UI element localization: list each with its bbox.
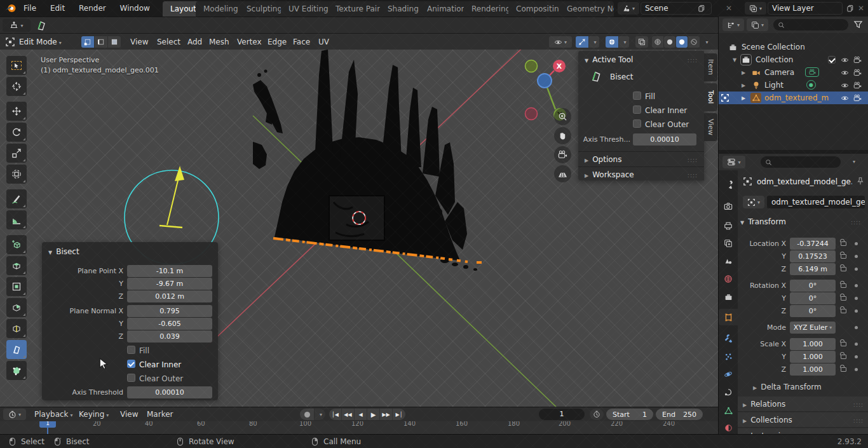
tool-poly-build[interactable] <box>6 361 27 380</box>
outliner-row-camera[interactable]: ▶ Camera <box>719 66 868 79</box>
menu-edit[interactable]: Edit <box>44 0 71 17</box>
tab-world-properties[interactable] <box>719 271 738 287</box>
outliner-filter-images-dropdown[interactable] <box>747 18 768 31</box>
hide-in-viewport-icon[interactable] <box>841 69 849 77</box>
overlays-toggle[interactable] <box>606 36 618 48</box>
options-section-header[interactable]: Options <box>578 153 704 166</box>
properties-options-dropdown[interactable] <box>851 156 855 165</box>
location-y-field[interactable]: 0.17523 <box>790 250 836 262</box>
tab-collection-properties[interactable] <box>719 288 738 305</box>
hide-in-viewport-icon[interactable] <box>841 81 849 90</box>
animate-dot[interactable] <box>855 268 858 271</box>
tool-bevel[interactable] <box>6 298 27 317</box>
active-tool-header[interactable]: Active Tool <box>578 51 704 66</box>
pan-view-button[interactable] <box>554 127 571 144</box>
view-layer-name-field[interactable]: View Layer <box>768 2 843 15</box>
collection-enable-checkbox[interactable] <box>828 56 836 64</box>
disable-in-renders-icon[interactable] <box>853 94 862 102</box>
tab-physics-properties[interactable] <box>719 366 738 383</box>
scale-x-field[interactable]: 1.000 <box>790 338 836 350</box>
panel-grip[interactable] <box>853 397 864 412</box>
disable-in-renders-icon[interactable] <box>853 81 862 90</box>
animate-dot[interactable] <box>855 297 858 300</box>
panel-grip[interactable] <box>688 55 698 64</box>
plane-point-x-field[interactable]: -10.1 m <box>127 265 212 277</box>
object-browse-button[interactable] <box>743 196 764 208</box>
location-z-field[interactable]: 6.149 m <box>790 263 836 275</box>
pin-icon[interactable] <box>856 177 865 186</box>
lock-icon[interactable] <box>841 355 846 359</box>
use-preview-range-toggle[interactable] <box>590 409 604 420</box>
workspace-tab-geometry-nodes[interactable]: Geometry Nod <box>559 1 614 17</box>
animate-dot[interactable] <box>855 309 858 313</box>
tool-annotate[interactable] <box>6 189 27 208</box>
blender-logo-icon[interactable] <box>5 3 17 14</box>
menu-face[interactable]: Face <box>287 34 316 50</box>
sidebar-tab-tool[interactable]: Tool <box>704 83 717 111</box>
bisect-axis-threshold-field[interactable]: 0.00010 <box>127 386 212 398</box>
tab-object-data-properties[interactable] <box>719 402 738 419</box>
outliner-display-mode-dropdown[interactable] <box>722 18 744 31</box>
lock-icon[interactable] <box>841 241 846 246</box>
outliner-row-light[interactable]: ▶ Light ● <box>719 79 868 92</box>
rotation-z-field[interactable]: 0° <box>790 305 836 317</box>
shading-solid-button[interactable] <box>664 36 675 48</box>
plane-normal-y-field[interactable]: -0.605 <box>127 318 212 330</box>
current-frame-marker[interactable]: 1 <box>39 421 56 428</box>
view-layer-unlink-icon[interactable]: ✕ <box>858 4 864 13</box>
scene-copy-icon[interactable] <box>696 3 707 13</box>
tool-tweak[interactable] <box>6 56 27 75</box>
tab-view-layer-properties[interactable] <box>719 235 738 252</box>
workspace-section-header[interactable]: Workspace <box>578 168 704 182</box>
edge-select-mode-button[interactable] <box>95 36 107 48</box>
view-layer-browse-button[interactable] <box>745 2 766 15</box>
sidebar-tab-view[interactable]: View <box>704 113 717 141</box>
tool-measure[interactable] <box>6 210 27 229</box>
animate-dot[interactable] <box>855 284 858 287</box>
tool-extrude[interactable] <box>6 256 27 275</box>
tool-scale[interactable] <box>6 144 27 163</box>
hide-in-viewport-icon[interactable] <box>841 94 849 102</box>
rotation-y-field[interactable]: 0° <box>790 292 836 304</box>
plane-point-y-field[interactable]: -9.67 m <box>127 278 212 290</box>
play-reverse-button[interactable]: ◀ <box>355 409 367 420</box>
light-data-badge[interactable]: ● <box>806 80 816 90</box>
tool-loop-cut[interactable] <box>6 319 27 338</box>
delta-transform-header[interactable]: Delta Transform <box>753 383 822 391</box>
view-layer-copy-icon[interactable] <box>845 3 855 13</box>
plane-normal-z-field[interactable]: 0.039 <box>127 330 212 343</box>
tab-scene-properties[interactable] <box>719 253 738 269</box>
next-keyframe-button[interactable]: ▶▶ <box>380 409 393 420</box>
panel-grip[interactable] <box>688 170 698 179</box>
scene-browse-button[interactable] <box>618 2 639 15</box>
animate-dot[interactable] <box>855 368 858 371</box>
disable-in-renders-icon[interactable] <box>853 69 862 77</box>
shading-dropdown[interactable] <box>701 36 711 48</box>
shading-material-button[interactable] <box>676 36 688 48</box>
current-frame-field[interactable]: 1 <box>539 409 585 420</box>
animate-dot[interactable] <box>855 343 858 346</box>
scale-y-field[interactable]: 1.000 <box>790 351 836 363</box>
relations-section[interactable]: Relations <box>738 397 868 412</box>
plane-normal-x-field[interactable]: 0.795 <box>127 305 212 317</box>
properties-context-dropdown[interactable] <box>722 156 745 168</box>
perspective-toggle-button[interactable] <box>554 165 571 182</box>
properties-search-input[interactable] <box>761 156 841 168</box>
camera-data-badge[interactable] <box>805 67 819 77</box>
xray-toggle[interactable] <box>635 36 648 48</box>
camera-view-button[interactable] <box>554 146 571 163</box>
tool-transform[interactable] <box>6 165 27 184</box>
bisect-clear-inner-checkbox[interactable] <box>127 360 135 368</box>
gizmos-toggle[interactable] <box>576 36 588 48</box>
outliner-filter-icon[interactable] <box>853 20 864 30</box>
tab-modifier-properties[interactable] <box>719 330 738 347</box>
collections-section[interactable]: Collections <box>738 412 868 428</box>
editor-type-icon[interactable] <box>5 37 15 47</box>
menu-render[interactable]: Render <box>73 0 112 17</box>
plane-point-z-field[interactable]: 0.012 m <box>127 290 212 302</box>
npanel-axis-threshold-field[interactable]: 0.00010 <box>633 133 696 146</box>
npanel-clear-inner-checkbox[interactable] <box>633 105 641 114</box>
timeline-editor-type-icon[interactable] <box>3 409 26 420</box>
playback-menu[interactable]: Playback <box>31 407 77 423</box>
outliner-row-odm-model[interactable]: ▶ odm_textured_m <box>719 92 868 104</box>
